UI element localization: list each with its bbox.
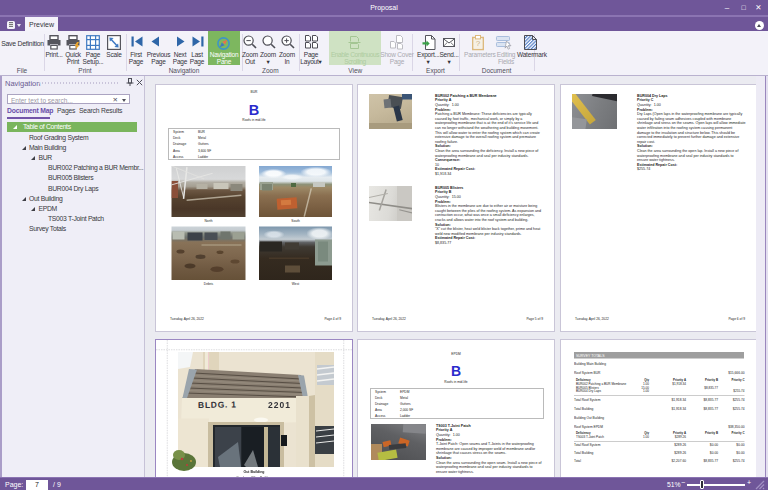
svg-text:BLDG. 1: BLDG. 1 xyxy=(198,399,237,410)
svg-text:2201: 2201 xyxy=(268,400,291,410)
svg-text:?: ? xyxy=(476,39,481,48)
